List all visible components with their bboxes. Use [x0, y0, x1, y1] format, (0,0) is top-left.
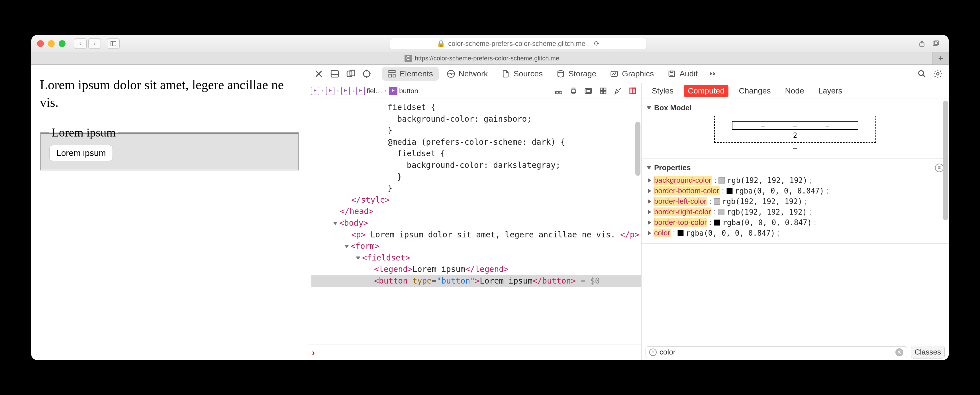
dom-scrollbar[interactable] [635, 122, 640, 176]
property-row[interactable]: background-color: rgb(192, 192, 192); [648, 175, 942, 186]
box-model-bottom: – [793, 145, 797, 151]
svg-rect-28 [603, 88, 606, 91]
rendered-page: Lorem ipsum dolor sit amet, legere ancil… [31, 65, 308, 360]
dom-line-selected[interactable]: <button type="button">Lorem ipsum</butto… [311, 275, 641, 287]
properties-filter-icon[interactable]: ≡ [935, 164, 943, 172]
dom-line[interactable]: fieldset { [311, 148, 641, 159]
tab-network[interactable]: Network [441, 67, 494, 81]
content-area: Lorem ipsum dolor sit amet, legere ancil… [31, 65, 949, 360]
classes-button[interactable]: Classes [911, 346, 945, 358]
browser-tab[interactable]: C https://color-scheme-prefers-color-sch… [31, 52, 933, 64]
dom-line[interactable]: } [311, 125, 641, 137]
dom-line[interactable]: background-color: gainsboro; [311, 113, 641, 125]
tab-changes[interactable]: Changes [735, 84, 775, 97]
element-picker-button[interactable] [360, 67, 374, 81]
dom-line[interactable]: background-color: darkslategray; [311, 159, 641, 171]
disclosure-triangle-icon [648, 178, 651, 183]
tab-styles[interactable]: Styles [648, 84, 678, 97]
new-tab-button[interactable]: + [933, 52, 949, 64]
dom-line[interactable]: <body> [311, 217, 641, 229]
color-swatch[interactable] [678, 230, 684, 236]
dom-line[interactable]: <fieldset> [311, 252, 641, 264]
tab-layers[interactable]: Layers [814, 84, 846, 97]
box-model-header[interactable]: Box Model [647, 102, 943, 114]
dom-line[interactable]: </head> [311, 206, 641, 217]
color-swatch[interactable] [718, 209, 724, 215]
dom-line[interactable]: </style> [311, 194, 641, 206]
breadcrumb-button[interactable]: Ebutton [389, 87, 418, 95]
settings-button[interactable] [931, 67, 945, 81]
paint-flashing-button[interactable] [612, 86, 623, 96]
dom-line[interactable]: <form> [311, 241, 641, 252]
dom-line[interactable]: <legend>Lorem ipsum</legend> [311, 264, 641, 275]
tab-computed[interactable]: Computed [684, 84, 729, 97]
svg-rect-0 [111, 41, 116, 46]
breadcrumb-fieldset[interactable]: Efiel… [356, 87, 382, 95]
color-swatch[interactable] [714, 220, 720, 226]
tab-graphics[interactable]: Graphics [604, 67, 660, 81]
breadcrumb-html[interactable]: E [311, 87, 319, 95]
filter-input[interactable]: ≡ color ✕ [646, 346, 907, 358]
tab-audit[interactable]: Audit [662, 67, 703, 81]
overflow-tabs-button[interactable] [706, 67, 719, 81]
property-value: rgb(192, 192, 192) [722, 197, 802, 206]
address-bar[interactable]: 🔒 color-scheme-prefers-color-scheme.glit… [390, 38, 646, 49]
side-scrollbar[interactable] [943, 100, 948, 220]
box-model-section: Box Model ––– 2 – [641, 99, 949, 159]
dom-line[interactable]: fieldset { [311, 102, 641, 113]
breadcrumb-sep: › [337, 87, 339, 95]
print-styles-button[interactable] [568, 86, 579, 96]
share-button[interactable] [917, 38, 927, 49]
dock-side-button[interactable] [344, 67, 358, 81]
disclosure-triangle-icon [648, 210, 651, 214]
property-row[interactable]: border-top-color: rgba(0, 0, 0, 0.847); [648, 217, 942, 228]
dom-tree[interactable]: fieldset { background-color: gainsboro; … [308, 99, 641, 344]
back-button[interactable]: ‹ [74, 38, 87, 49]
sidebar-toggle-button[interactable] [107, 38, 120, 49]
rulers-button[interactable] [553, 86, 564, 96]
titlebar-right [917, 38, 941, 49]
tab-storage[interactable]: Storage [551, 67, 602, 81]
properties-list: background-color: rgb(192, 192, 192); bo… [647, 174, 943, 241]
tab-node[interactable]: Node [781, 84, 808, 97]
clear-filter-button[interactable]: ✕ [896, 348, 904, 356]
compositing-borders-button[interactable] [598, 86, 609, 96]
zoom-window-button[interactable] [59, 40, 65, 47]
force-appearance-button[interactable] [583, 86, 594, 96]
property-row[interactable]: border-left-color: rgb(192, 192, 192); [648, 196, 942, 207]
disclosure-triangle-icon [647, 106, 651, 110]
breadcrumb-form[interactable]: E [341, 87, 350, 95]
tab-elements[interactable]: Elements [382, 67, 439, 81]
color-swatch[interactable] [727, 188, 733, 194]
layout-panel-button[interactable] [627, 86, 638, 96]
color-swatch[interactable] [714, 198, 720, 205]
dock-bottom-button[interactable] [328, 67, 342, 81]
tabs-overview-button[interactable] [931, 38, 941, 49]
close-window-button[interactable] [37, 40, 44, 47]
console-prompt-row[interactable]: › [308, 344, 641, 360]
dom-line[interactable]: } [311, 183, 641, 194]
style-details-pane: Styles Computed Changes Node Layers Box … [641, 83, 949, 360]
close-inspector-button[interactable] [312, 67, 326, 81]
properties-header[interactable]: Properties ≡ [647, 162, 943, 174]
dom-line[interactable]: <p> Lorem ipsum dolor sit amet, legere a… [311, 229, 641, 241]
dom-line[interactable]: } [311, 171, 641, 183]
svg-rect-26 [586, 89, 590, 92]
color-swatch[interactable] [719, 177, 725, 183]
console-chevron-icon: › [312, 348, 315, 357]
page-legend: Lorem ipsum [49, 126, 118, 139]
page-button[interactable]: Lorem ipsum [49, 145, 113, 161]
reload-icon[interactable]: ⟳ [594, 40, 600, 48]
tab-sources-label: Sources [513, 69, 543, 78]
breadcrumb-body[interactable]: E [326, 87, 334, 95]
breadcrumb-sep: › [352, 87, 354, 95]
property-row[interactable]: border-right-color: rgb(192, 192, 192); [648, 207, 942, 217]
forward-button[interactable]: › [88, 38, 101, 49]
search-button[interactable] [915, 67, 929, 81]
property-row[interactable]: border-bottom-color: rgba(0, 0, 0, 0.847… [648, 186, 942, 196]
svg-rect-14 [389, 70, 395, 73]
property-row[interactable]: color: rgba(0, 0, 0, 0.847); [648, 228, 942, 238]
dom-line[interactable]: @media (prefers-color-scheme: dark) { [311, 137, 641, 148]
minimize-window-button[interactable] [48, 40, 55, 47]
tab-sources[interactable]: Sources [496, 67, 549, 81]
